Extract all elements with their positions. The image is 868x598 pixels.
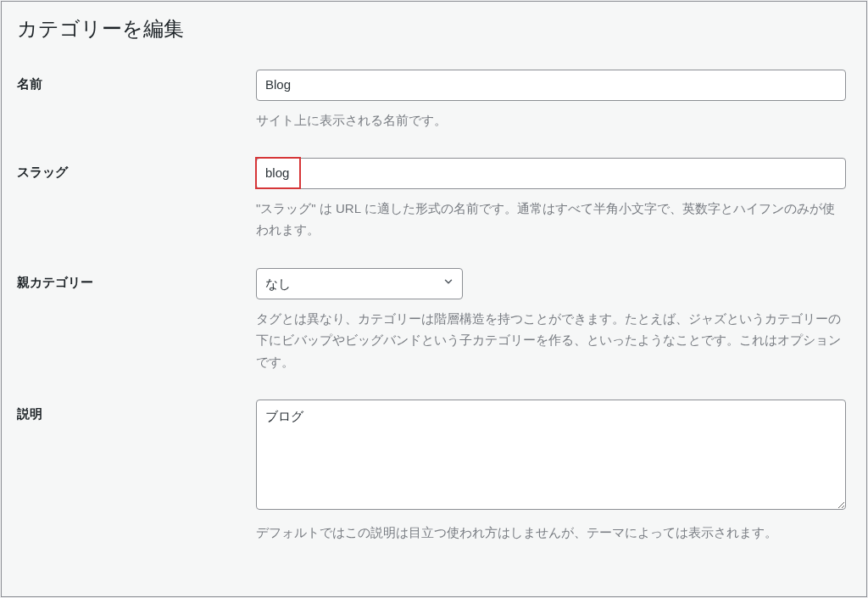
slug-input[interactable] bbox=[256, 158, 846, 189]
name-label: 名前 bbox=[17, 70, 256, 92]
parent-description: タグとは異なり、カテゴリーは階層構造を持つことができます。たとえば、ジャズという… bbox=[256, 308, 846, 373]
description-label: 説明 bbox=[17, 400, 256, 422]
name-description: サイト上に表示される名前です。 bbox=[256, 109, 846, 131]
description-description: デフォルトではこの説明は目立つ使われ方はしませんが、テーマによっては表示されます… bbox=[256, 522, 846, 544]
parent-select[interactable]: なし bbox=[256, 268, 463, 299]
page-title: カテゴリーを編集 bbox=[17, 12, 851, 49]
name-input[interactable] bbox=[256, 70, 846, 101]
form-row-slug: スラッグ "スラッグ" は URL に適した形式の名前です。通常はすべて半角小文… bbox=[17, 158, 851, 241]
description-textarea[interactable]: ブログ bbox=[256, 400, 846, 510]
slug-label: スラッグ bbox=[17, 158, 256, 181]
edit-category-panel: カテゴリーを編集 名前 サイト上に表示される名前です。 スラッグ "スラッグ" … bbox=[1, 1, 867, 597]
form-row-name: 名前 サイト上に表示される名前です。 bbox=[17, 70, 851, 131]
form-row-description: 説明 ブログ デフォルトではこの説明は目立つ使われ方はしませんが、テーマによって… bbox=[17, 400, 851, 544]
slug-description: "スラッグ" は URL に適した形式の名前です。通常はすべて半角小文字で、英数… bbox=[256, 198, 846, 241]
form-row-parent: 親カテゴリー なし タグとは異なり、カテゴリーは階層構造を持つことができます。た… bbox=[17, 268, 851, 373]
parent-label: 親カテゴリー bbox=[17, 268, 256, 291]
